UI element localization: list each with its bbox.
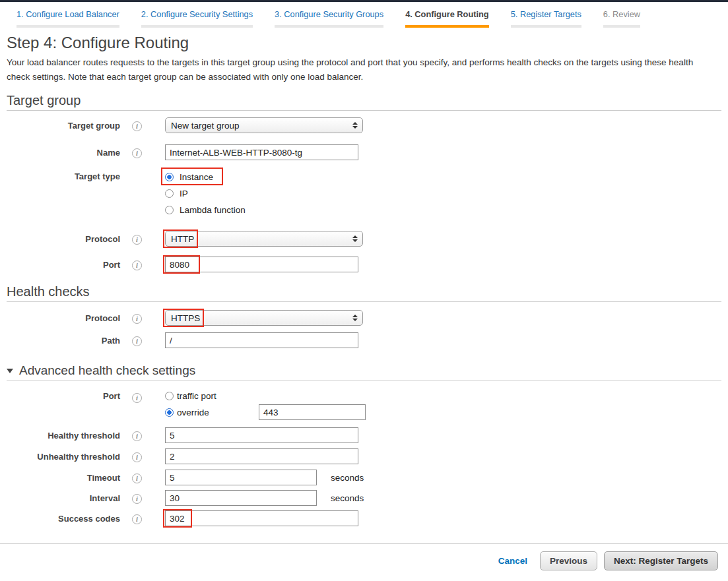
select-caret-icon (352, 235, 358, 242)
hc-path-label: Path (7, 336, 120, 346)
unhealthy-threshold-input[interactable] (165, 448, 358, 464)
health-checks-section-title: Health checks (7, 284, 721, 299)
port-row: Port i (7, 257, 721, 272)
target-type-radio-instance[interactable]: Instance (165, 169, 213, 184)
target-type-label: Target type (7, 171, 120, 181)
info-icon[interactable]: i (132, 260, 142, 270)
hc-port-radio-group: traffic port override (165, 389, 721, 421)
wizard-step-5[interactable]: 5. Register Targets (511, 9, 581, 28)
wizard-step-4-active: 4. Configure Routing (405, 9, 489, 28)
cancel-link[interactable]: Cancel (498, 556, 527, 566)
advanced-settings-title: Advanced health check settings (19, 363, 195, 378)
healthy-threshold-input[interactable] (165, 427, 358, 443)
protocol-select-value: HTTP (171, 234, 194, 244)
hc-protocol-label: Protocol (7, 313, 120, 323)
next-register-targets-button[interactable]: Next: Register Targets (604, 551, 718, 570)
info-icon[interactable]: i (132, 336, 142, 346)
section-divider (7, 301, 721, 302)
disclosure-triangle-icon (7, 369, 13, 373)
info-icon[interactable]: i (132, 314, 142, 324)
page-description: Your load balancer routes requests to th… (7, 55, 706, 84)
info-icon[interactable]: i (132, 431, 142, 441)
protocol-label: Protocol (7, 234, 120, 244)
footer-actions: Cancel Previous Next: Register Targets (0, 544, 728, 570)
info-icon[interactable]: i (132, 235, 142, 245)
radio-selected-icon (165, 173, 174, 181)
interval-unit: seconds (331, 493, 364, 503)
wizard-step-3[interactable]: 3. Configure Security Groups (275, 9, 383, 28)
target-group-label: Target group (7, 121, 120, 131)
unhealthy-threshold-row: Unhealthy threshold i (7, 448, 721, 464)
select-caret-icon (352, 315, 358, 321)
hc-path-input[interactable] (165, 332, 358, 348)
name-input[interactable] (165, 144, 358, 160)
target-type-radio-lambda[interactable]: Lambda function (165, 202, 246, 217)
hc-port-row: Port i traffic port override (7, 389, 721, 421)
port-label: Port (7, 260, 120, 270)
info-icon[interactable]: i (132, 474, 142, 483)
info-icon[interactable]: i (132, 121, 142, 131)
timeout-row: Timeout i seconds (7, 470, 721, 485)
radio-ip-label: IP (180, 189, 188, 199)
radio-unselected-icon (165, 206, 174, 214)
name-row: Name i (7, 144, 721, 160)
radio-unselected-icon (165, 392, 174, 400)
interval-label: Interval (7, 493, 120, 503)
info-icon[interactable]: i (132, 393, 142, 403)
hc-protocol-select-value: HTTPS (171, 313, 200, 323)
info-icon[interactable]: i (132, 452, 142, 462)
target-group-select-value: New target group (171, 121, 240, 131)
target-type-radio-group: Instance IP Lambda function (165, 169, 721, 219)
info-icon[interactable]: i (132, 148, 142, 158)
section-divider (7, 110, 721, 111)
wizard-step-1[interactable]: 1. Configure Load Balancer (17, 9, 119, 28)
info-icon[interactable]: i (132, 514, 142, 524)
healthy-threshold-label: Healthy threshold (7, 431, 120, 441)
target-type-row: Target type Instance IP Lambda function (7, 169, 721, 219)
radio-unselected-icon (165, 189, 174, 198)
radio-traffic-port-label: traffic port (177, 391, 216, 401)
success-codes-row: Success codes i (7, 510, 721, 526)
hc-port-radio-override[interactable]: override (165, 404, 721, 421)
target-group-row: Target group i New target group (7, 117, 721, 133)
select-caret-icon (352, 122, 358, 129)
protocol-row: Protocol i HTTP (7, 231, 721, 247)
port-input[interactable] (165, 257, 358, 272)
hc-protocol-select[interactable]: HTTPS (165, 310, 363, 326)
name-label: Name (7, 148, 120, 158)
success-codes-label: Success codes (7, 514, 120, 524)
success-codes-input[interactable] (165, 510, 358, 526)
interval-row: Interval i seconds (7, 490, 721, 506)
section-divider (7, 381, 721, 381)
radio-override-label: override (177, 408, 255, 417)
timeout-label: Timeout (7, 473, 120, 483)
hc-protocol-row: Protocol i HTTPS (7, 310, 721, 326)
target-group-section-title: Target group (7, 92, 721, 108)
protocol-select[interactable]: HTTP (165, 231, 363, 247)
healthy-threshold-row: Healthy threshold i (7, 427, 721, 443)
main-content: Step 4: Configure Routing Your load bala… (0, 33, 728, 526)
target-type-radio-ip[interactable]: IP (165, 186, 188, 200)
unhealthy-threshold-label: Unhealthy threshold (7, 452, 120, 462)
wizard-steps: 1. Configure Load Balancer2. Configure S… (0, 2, 728, 28)
radio-lambda-label: Lambda function (180, 205, 246, 215)
hc-port-radio-traffic-port[interactable]: traffic port (165, 389, 721, 402)
override-port-input[interactable] (259, 404, 366, 420)
configure-routing-page: 1. Configure Load Balancer2. Configure S… (0, 0, 728, 581)
info-icon[interactable]: i (132, 494, 142, 504)
page-title: Step 4: Configure Routing (7, 33, 721, 53)
advanced-settings-toggle[interactable]: Advanced health check settings (7, 363, 195, 378)
radio-selected-icon (165, 408, 174, 417)
wizard-step-6: 6. Review (603, 9, 640, 28)
hc-port-label: Port (7, 391, 120, 401)
interval-input[interactable] (165, 490, 317, 506)
wizard-step-2[interactable]: 2. Configure Security Settings (141, 9, 253, 28)
timeout-input[interactable] (165, 470, 317, 485)
previous-button[interactable]: Previous (540, 551, 597, 570)
timeout-unit: seconds (331, 473, 364, 483)
hc-path-row: Path i (7, 332, 721, 348)
target-group-select[interactable]: New target group (165, 117, 363, 133)
radio-instance-label: Instance (180, 172, 213, 182)
